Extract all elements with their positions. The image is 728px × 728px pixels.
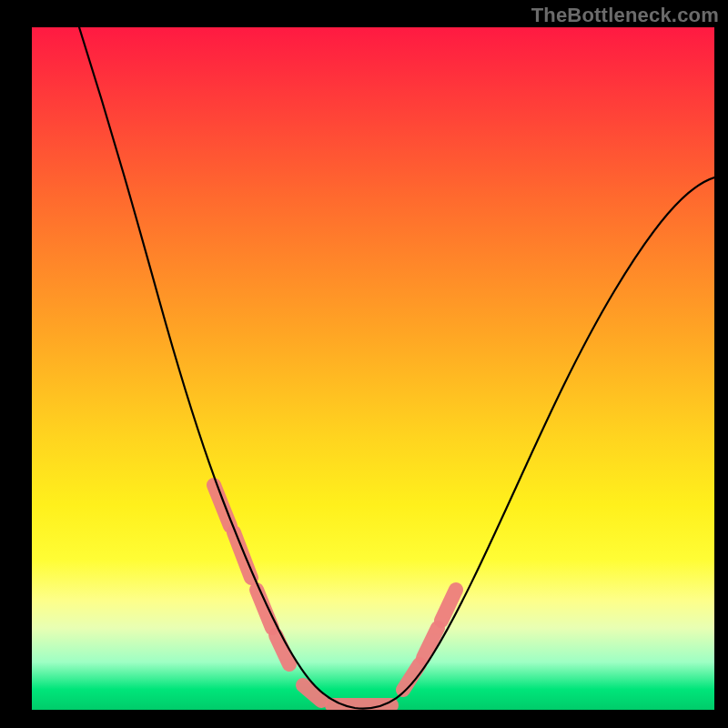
highlight-segment bbox=[441, 590, 456, 621]
highlight-segment bbox=[214, 485, 230, 526]
plot-area bbox=[32, 27, 714, 710]
highlight-segment bbox=[234, 532, 251, 578]
highlight-segment bbox=[303, 685, 321, 701]
curve-svg bbox=[32, 27, 714, 710]
highlight-segment bbox=[423, 628, 438, 658]
highlight-segment bbox=[276, 635, 289, 664]
highlight-segment bbox=[257, 590, 272, 628]
chart-frame: TheBottleneck.com bbox=[0, 0, 728, 728]
watermark-text: TheBottleneck.com bbox=[531, 4, 719, 27]
highlight-segment bbox=[403, 664, 420, 690]
curve-line bbox=[79, 27, 714, 709]
